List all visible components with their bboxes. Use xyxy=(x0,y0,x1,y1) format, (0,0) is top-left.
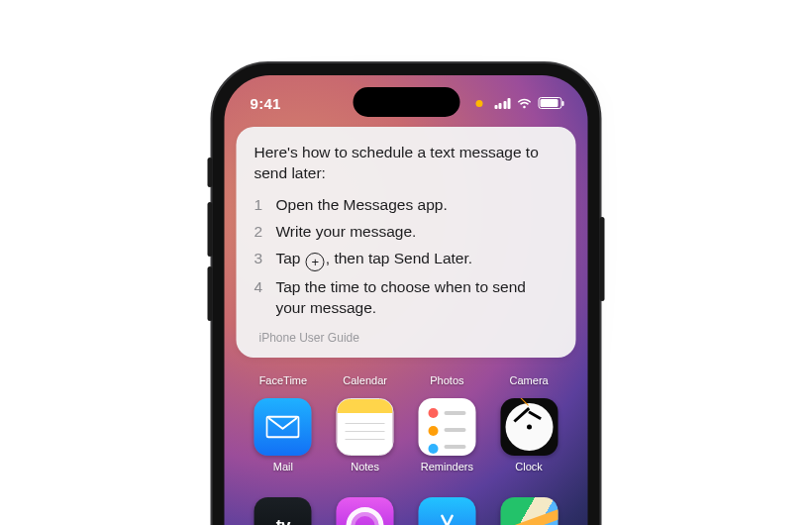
app-label: Reminders xyxy=(421,461,473,472)
appstore-icon xyxy=(418,497,475,525)
app-podcasts[interactable] xyxy=(335,497,396,525)
iphone-device-frame: 9:41 Here's how to schedule a text messa… xyxy=(211,61,602,525)
clock-icon xyxy=(500,398,558,456)
app-maps[interactable] xyxy=(498,497,559,525)
battery-icon xyxy=(539,97,562,109)
step-text: Tap the time to choose when to send your… xyxy=(276,277,558,319)
step-text: Tap +, then tap Send Later. xyxy=(276,249,473,271)
recording-indicator-icon xyxy=(475,100,482,107)
volume-up-button xyxy=(208,202,213,257)
siri-suggestion-card[interactable]: Here's how to schedule a text message to… xyxy=(237,127,576,358)
app-label-facetime: FaceTime xyxy=(253,374,314,386)
card-source: iPhone User Guide xyxy=(254,330,558,346)
status-time: 9:41 xyxy=(251,95,281,112)
podcasts-icon xyxy=(337,497,394,525)
app-label: Notes xyxy=(351,461,379,472)
mail-icon xyxy=(254,398,312,456)
appletv-icon: tv xyxy=(254,497,312,525)
card-heading: Here's how to schedule a text message to… xyxy=(254,143,558,184)
plus-circle-icon: + xyxy=(306,253,325,271)
app-mail[interactable]: Mail xyxy=(253,398,314,472)
app-notes[interactable]: Notes xyxy=(335,398,396,472)
maps-icon xyxy=(500,497,558,525)
side-button xyxy=(600,217,605,301)
step-text: Write your message. xyxy=(276,222,417,243)
app-label: Clock xyxy=(515,461,543,472)
reminders-icon xyxy=(418,398,475,456)
step-text: Open the Messages app. xyxy=(276,195,448,216)
app-label-camera: Camera xyxy=(498,374,559,386)
notes-icon xyxy=(337,398,394,456)
app-tv[interactable]: tv xyxy=(253,497,314,525)
wifi-icon xyxy=(517,97,533,109)
app-appstore[interactable] xyxy=(416,497,477,525)
app-label: Mail xyxy=(273,461,293,472)
app-clock[interactable]: Clock xyxy=(498,398,559,472)
phone-screen: 9:41 Here's how to schedule a text messa… xyxy=(225,75,588,525)
cellular-signal-icon xyxy=(494,98,511,109)
app-label-photos: Photos xyxy=(416,374,477,386)
app-reminders[interactable]: Reminders xyxy=(416,398,477,472)
volume-down-button xyxy=(208,266,213,321)
mute-switch xyxy=(208,158,213,187)
dynamic-island xyxy=(353,87,459,117)
app-label-calendar: Calendar xyxy=(335,374,396,386)
